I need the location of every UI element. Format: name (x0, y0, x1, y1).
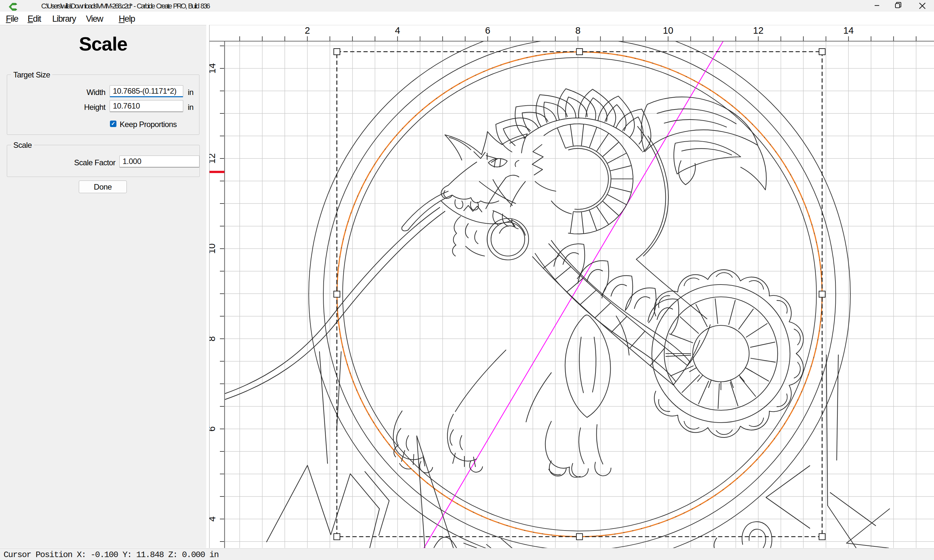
svg-text:14: 14 (843, 25, 854, 35)
svg-text:10: 10 (210, 243, 217, 254)
svg-text:6: 6 (210, 426, 217, 431)
svg-text:12: 12 (210, 153, 217, 164)
svg-text:4: 4 (210, 516, 217, 522)
svg-text:4: 4 (395, 25, 400, 35)
svg-text:6: 6 (485, 25, 490, 35)
svg-text:14: 14 (210, 63, 217, 74)
svg-text:8: 8 (210, 336, 217, 341)
svg-text:10: 10 (663, 25, 673, 35)
svg-text:2: 2 (305, 25, 310, 35)
svg-text:12: 12 (753, 25, 763, 35)
svg-text:8: 8 (575, 25, 581, 35)
